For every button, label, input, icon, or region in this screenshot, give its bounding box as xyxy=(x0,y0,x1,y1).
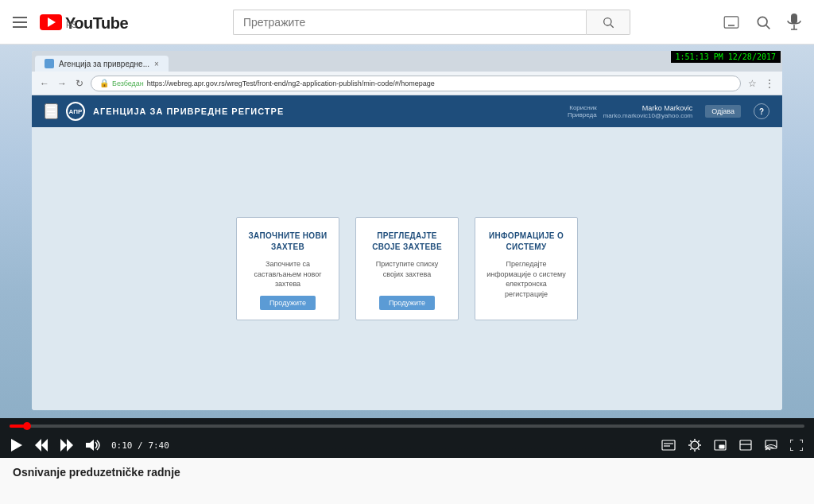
apr-logo: АПР xyxy=(66,102,85,121)
svg-marker-17 xyxy=(11,439,22,452)
progress-dot xyxy=(23,422,31,430)
video-title: Osnivanje preduzetničke radnje xyxy=(13,466,801,479)
settings-button[interactable] xyxy=(687,437,703,453)
browser-bookmark-button[interactable]: ☆ xyxy=(746,77,758,90)
search-icon xyxy=(602,16,614,29)
svg-point-12 xyxy=(758,17,767,26)
secure-label: Безбедан xyxy=(112,79,144,87)
prev-icon xyxy=(35,439,48,452)
cast-icon xyxy=(765,440,777,451)
svg-rect-2 xyxy=(724,16,738,27)
svg-marker-21 xyxy=(67,439,73,452)
url-text: https://webreg.apr.gov.rs/wregTest/front… xyxy=(147,79,435,87)
apr-card1-button[interactable]: Продужите xyxy=(260,296,316,310)
tab-close-button[interactable]: × xyxy=(154,60,159,68)
apr-card2-button[interactable]: Продужите xyxy=(379,296,435,310)
search-icon-header xyxy=(755,14,771,30)
keyboard-icon xyxy=(723,16,739,29)
time-current: 0:10 xyxy=(111,440,133,451)
youtube-logo[interactable]: YouTube RS xyxy=(40,14,128,30)
next-icon xyxy=(60,439,73,452)
browser-nav: ← → ↻ 🔒 Безбедан https://webreg.apr.gov.… xyxy=(32,72,782,95)
lock-icon: 🔒 xyxy=(99,79,109,87)
time-total: 7:40 xyxy=(148,440,169,451)
header-center xyxy=(140,10,723,35)
apr-user-info: Корисник Привреда Marko Markovic marko.m… xyxy=(568,104,692,119)
browser-content: ☰ АПР АГЕНЦИЈА ЗА ПРИВРЕДНЕ РЕГИСТРЕ Кор… xyxy=(32,95,782,410)
browser-back-button[interactable]: ← xyxy=(38,77,51,90)
apr-hamburger-button[interactable]: ☰ xyxy=(45,103,58,119)
below-video: Osnivanje preduzetničke radnje xyxy=(0,458,814,487)
header-right xyxy=(723,14,801,31)
apr-card1-title: ЗАПОЧНИТЕ НОВИ ЗАХТЕВ xyxy=(246,231,329,253)
apr-logo-inner: АПР xyxy=(69,108,83,115)
time-display: 0:10 / 7:40 xyxy=(111,440,169,451)
youtube-header: YouTube RS xyxy=(0,0,814,45)
mic-button[interactable] xyxy=(787,14,801,31)
svg-point-0 xyxy=(604,17,611,25)
svg-rect-29 xyxy=(719,445,724,448)
miniplayer-icon xyxy=(714,440,727,451)
apr-card1-text: Започните са састављањем новог захтева xyxy=(246,259,329,289)
controls-row: 0:10 / 7:40 xyxy=(10,432,804,458)
apr-card2-title: ПРЕГЛЕДАЈТЕ СВОЈЕ ЗАХТЕВЕ xyxy=(366,231,448,253)
browser-url-bar[interactable]: 🔒 Безбедан https://webreg.apr.gov.rs/wre… xyxy=(91,76,741,91)
progress-bar[interactable] xyxy=(10,425,804,428)
browser-tab-bar: Агенција за привредне... × xyxy=(32,51,782,72)
svg-line-1 xyxy=(610,25,614,28)
video-background: Агенција за привредне... × ← → ↻ 🔒 Безбе… xyxy=(0,45,814,458)
browser-tab-label: Агенција за привредне... xyxy=(59,60,149,68)
apr-help-button[interactable]: ? xyxy=(754,103,769,119)
svg-marker-20 xyxy=(60,439,67,452)
apr-user-name: Marko Markovic xyxy=(603,104,693,112)
browser-refresh-button[interactable]: ↻ xyxy=(73,77,86,90)
search-icon-button[interactable] xyxy=(755,14,771,30)
fullscreen-button[interactable] xyxy=(789,438,804,452)
youtube-country-code: RS xyxy=(66,21,128,29)
hamburger-icon xyxy=(13,17,27,28)
browser-forward-button[interactable]: → xyxy=(56,77,68,90)
tab-favicon xyxy=(45,59,54,68)
theater-icon xyxy=(739,440,752,451)
browser-tab-active[interactable]: Агенција за привредне... × xyxy=(35,56,169,72)
controls-right xyxy=(660,437,804,453)
browser-menu-button[interactable]: ⋮ xyxy=(763,77,776,90)
keyboard-button[interactable] xyxy=(723,16,739,29)
video-player: Агенција за привредне... × ← → ↻ 🔒 Безбе… xyxy=(0,45,814,458)
apr-card3-text: Прегледајте информације о систему електр… xyxy=(485,259,568,299)
next-button[interactable] xyxy=(59,437,75,453)
apr-card-view-requests: ПРЕГЛЕДАЈТЕ СВОЈЕ ЗАХТЕВЕ Приступите спи… xyxy=(355,217,459,320)
play-icon xyxy=(11,439,22,452)
apr-user-label: Корисник xyxy=(568,104,597,111)
apr-header-left: ☰ АПР АГЕНЦИЈА ЗА ПРИВРЕДНЕ РЕГИСТРЕ xyxy=(45,102,284,121)
play-button[interactable] xyxy=(10,437,24,453)
settings-icon xyxy=(688,439,701,452)
search-bar xyxy=(233,10,630,35)
apr-cards: ЗАПОЧНИТЕ НОВИ ЗАХТЕВ Започните са саста… xyxy=(236,217,578,320)
svg-line-13 xyxy=(766,25,770,29)
youtube-logo-icon xyxy=(40,14,62,30)
svg-marker-18 xyxy=(35,439,41,452)
volume-icon xyxy=(86,439,100,452)
fullscreen-icon xyxy=(790,440,803,451)
svg-rect-30 xyxy=(740,440,751,450)
svg-marker-19 xyxy=(41,439,48,452)
mic-icon xyxy=(787,14,801,31)
miniplayer-button[interactable] xyxy=(712,438,728,452)
subtitles-button[interactable] xyxy=(660,438,677,452)
apr-card-new-request: ЗАПОЧНИТЕ НОВИ ЗАХТЕВ Започните са саста… xyxy=(236,217,339,320)
svg-rect-23 xyxy=(662,440,675,450)
search-input[interactable] xyxy=(233,10,586,35)
subtitles-icon xyxy=(661,440,676,451)
search-button[interactable] xyxy=(586,10,630,35)
volume-button[interactable] xyxy=(84,437,102,453)
hamburger-menu-button[interactable] xyxy=(13,17,27,28)
browser-window: Агенција за привредне... × ← → ↻ 🔒 Безбе… xyxy=(32,51,782,410)
prev-button[interactable] xyxy=(33,437,49,453)
theater-button[interactable] xyxy=(738,438,754,452)
cast-button[interactable] xyxy=(763,438,779,452)
apr-title: АГЕНЦИЈА ЗА ПРИВРЕДНЕ РЕГИСТРЕ xyxy=(93,107,284,116)
svg-marker-22 xyxy=(86,440,94,451)
apr-card-system-info: ИНФОРМАЦИЈЕ О СИСТЕМУ Прегледајте информ… xyxy=(475,217,578,320)
apr-logout-button[interactable]: Одјава xyxy=(705,105,741,118)
